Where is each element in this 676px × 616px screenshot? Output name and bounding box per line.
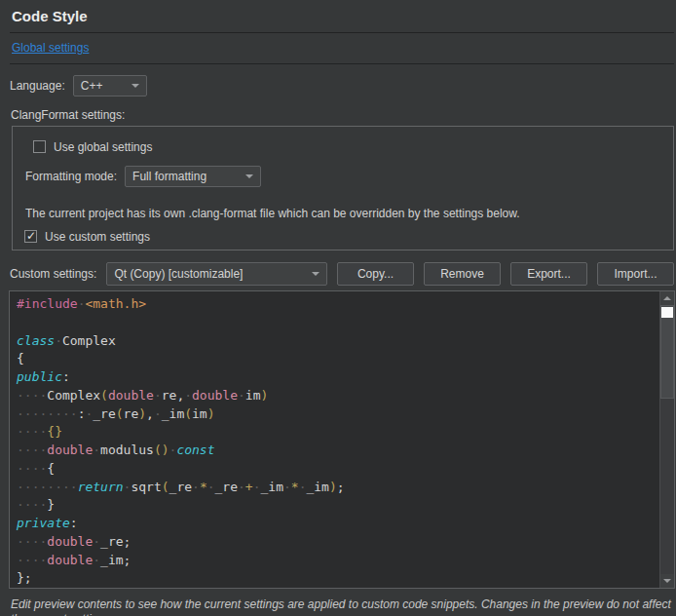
code-preview-editor[interactable]: #include·<math.h> class·Complex{public:·… (9, 290, 675, 589)
code-style-settings-page: Code Style Global settings Language: C++… (0, 0, 676, 616)
scroll-up-button[interactable] (660, 291, 674, 305)
language-label: Language: (10, 79, 65, 93)
custom-settings-row: Custom settings: Qt (Copy) [customizable… (10, 262, 674, 286)
chevron-down-icon (131, 84, 139, 88)
code-line: private: (17, 515, 655, 533)
code-line: ····Complex(double·re,·double·im) (17, 387, 655, 405)
chevron-down-icon (245, 174, 253, 178)
use-global-settings-label[interactable]: Use global settings (54, 140, 152, 154)
clang-format-message: The current project has its own .clang-f… (23, 207, 661, 220)
code-line: ····double·_im; (17, 552, 655, 570)
code-line: { (17, 350, 655, 368)
scroll-down-button[interactable] (660, 574, 674, 588)
code-line (17, 314, 655, 332)
formatting-mode-select-value: Full formatting (132, 170, 207, 183)
formatting-mode-select[interactable]: Full formatting (125, 166, 261, 187)
import-button[interactable]: Import... (597, 262, 674, 286)
clangformat-group-label: ClangFormat settings: (10, 108, 674, 122)
code-line: }; (17, 569, 655, 588)
arrow-up-icon (663, 296, 671, 300)
custom-settings-select[interactable]: Qt (Copy) [customizable] (106, 262, 327, 286)
code-line: #include·<math.h> (17, 295, 655, 314)
remove-button[interactable]: Remove (424, 262, 501, 286)
code-line: ········:·_re(re),·_im(im) (17, 405, 655, 424)
code-line: ····double·_re; (17, 533, 655, 552)
use-custom-settings-row: Use custom settings (24, 229, 661, 244)
code-line: ····double·modulus()·const (17, 442, 655, 460)
global-settings-link-row: Global settings (10, 33, 674, 64)
copy-button[interactable]: Copy... (337, 262, 414, 286)
use-custom-settings-label[interactable]: Use custom settings (45, 230, 150, 244)
formatting-mode-row: Formatting mode: Full formatting (25, 166, 661, 187)
use-global-settings-checkbox[interactable] (33, 140, 46, 153)
global-settings-link[interactable]: Global settings (12, 41, 89, 55)
code-line: ····} (17, 496, 655, 515)
page-title: Code Style (10, 6, 674, 33)
code-line: ····{} (17, 423, 655, 442)
custom-settings-select-value: Qt (Copy) [customizable] (114, 267, 243, 281)
language-row: Language: C++ (10, 75, 674, 96)
custom-settings-label: Custom settings: (10, 267, 96, 281)
code-line: public: (17, 368, 655, 387)
scrollbar-thumb[interactable] (660, 305, 674, 399)
formatting-mode-label: Formatting mode: (25, 170, 117, 183)
language-select[interactable]: C++ (73, 75, 147, 96)
export-button[interactable]: Export... (510, 262, 587, 286)
code-line: ····{ (17, 460, 655, 479)
clangformat-group-box: Use global settings Formatting mode: Ful… (12, 126, 674, 250)
code-line: class·Complex (17, 332, 655, 351)
chevron-down-icon (312, 272, 319, 276)
footer-note: Edit preview contents to see how the cur… (10, 597, 674, 616)
use-custom-settings-checkbox[interactable] (24, 230, 37, 243)
scrollbar-position-marker (661, 307, 673, 318)
language-select-value: C++ (81, 79, 103, 93)
editor-vertical-scrollbar[interactable] (659, 291, 674, 588)
code-content[interactable]: #include·<math.h> class·Complex{public:·… (10, 291, 674, 588)
use-global-settings-row: Use global settings (33, 139, 661, 154)
arrow-down-icon (663, 579, 671, 583)
code-line: ········return·sqrt(_re·*·_re·+·_im·*·_i… (17, 479, 655, 497)
